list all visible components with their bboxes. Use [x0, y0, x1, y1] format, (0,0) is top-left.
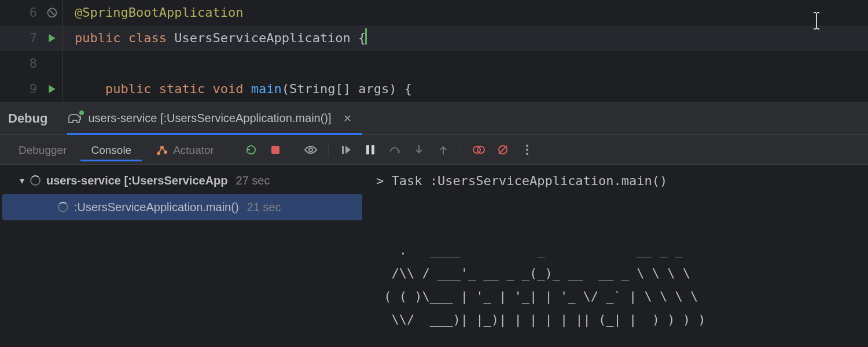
annotation: @SpringBootApplication: [75, 5, 243, 20]
debug-toolbar: Debugger Console Actuator: [0, 134, 868, 164]
svg-rect-9: [372, 145, 374, 154]
console-task-line: > Task :UsersServiceApplication.main(): [376, 174, 667, 188]
spinner-icon: [30, 175, 41, 186]
stop-button[interactable]: [265, 139, 286, 160]
debug-tool-window-title[interactable]: Debug: [8, 111, 53, 126]
chevron-down-icon[interactable]: ▾: [20, 175, 24, 186]
tree-root-label: users-service [:UsersServiceApp: [46, 174, 228, 187]
console-output[interactable]: > Task :UsersServiceApplication.main() .…: [365, 165, 868, 347]
brace: {: [404, 82, 412, 96]
brace: {: [358, 31, 366, 45]
tree-child-row[interactable]: :UsersServiceApplication.main() 21 sec: [2, 194, 362, 220]
pause-button[interactable]: [360, 139, 381, 160]
svg-point-14: [526, 145, 528, 147]
method-name: main: [251, 82, 282, 96]
keyword: class: [128, 31, 167, 45]
text-cursor-icon: [811, 12, 822, 30]
actuator-icon: [156, 144, 168, 157]
ascii-line: ( ( )\___ | '_ | '_| | '_ \/ _` | \ \ \ …: [376, 289, 698, 304]
svg-point-15: [526, 149, 528, 151]
debug-panel-header: Debug users-service [:UsersServiceApplic…: [0, 102, 868, 134]
step-out-button[interactable]: [433, 139, 454, 160]
keyword: public: [75, 31, 120, 45]
line-number: 6: [0, 0, 42, 25]
more-button[interactable]: [517, 139, 538, 160]
keyword: static: [159, 82, 205, 96]
view-breakpoints-button[interactable]: [468, 139, 489, 160]
mute-breakpoints-button[interactable]: [492, 139, 513, 160]
type: String[]: [289, 82, 351, 96]
svg-rect-8: [366, 145, 369, 154]
tree-child-label: :UsersServiceApplication.main(): [74, 201, 239, 214]
run-gutter-icon[interactable]: [48, 34, 56, 42]
line-number: 9: [0, 76, 42, 102]
tab-debugger[interactable]: Debugger: [8, 138, 77, 161]
code-editor[interactable]: 6 @SpringBootApplication 7 public class …: [0, 0, 868, 102]
caret: [365, 28, 367, 45]
tree-child-time: 21 sec: [245, 201, 281, 214]
no-entry-icon[interactable]: [47, 8, 57, 18]
run-gutter-icon[interactable]: [48, 85, 56, 93]
tree-root-row[interactable]: ▾ users-service [:UsersServiceApp 27 sec: [0, 167, 365, 194]
rerun-button[interactable]: [241, 139, 262, 160]
step-into-button[interactable]: [409, 139, 429, 160]
keyword: void: [212, 82, 243, 96]
ascii-line: . ____ _ __ _ _: [376, 243, 683, 257]
tab-console[interactable]: Console: [80, 138, 142, 161]
resume-button[interactable]: [336, 139, 356, 160]
step-over-button[interactable]: [384, 139, 405, 160]
tab-actuator-label: Actuator: [173, 144, 214, 157]
class-name: UsersServiceApplication: [174, 31, 351, 45]
svg-point-6: [309, 148, 312, 152]
tree-root-time: 27 sec: [234, 174, 270, 187]
paren: (: [282, 82, 289, 96]
ascii-line: \\/ ___)| |_)| | | | | || (_| | ) ) ) ): [376, 312, 706, 327]
tab-actuator[interactable]: Actuator: [145, 138, 225, 161]
line-number: 8: [0, 51, 42, 76]
svg-rect-5: [271, 146, 279, 154]
paren: ): [389, 82, 396, 96]
run-configuration-label: users-service [:UsersServiceApplication.…: [88, 112, 331, 125]
close-icon[interactable]: ✕: [337, 112, 352, 125]
show-hide-button[interactable]: [300, 139, 321, 160]
line-number: 7: [0, 25, 42, 51]
keyword: public: [105, 82, 151, 96]
svg-rect-7: [342, 146, 344, 154]
svg-line-1: [49, 10, 55, 16]
spinner-icon: [58, 202, 68, 212]
run-configuration-tab[interactable]: users-service [:UsersServiceApplication.…: [67, 102, 351, 134]
svg-point-16: [526, 153, 528, 155]
ascii-line: /\\ / ___'_ __ _ _(_)_ __ __ _ \ \ \ \: [376, 266, 690, 280]
run-tree[interactable]: ▾ users-service [:UsersServiceApp 27 sec…: [0, 165, 365, 347]
arg: args: [358, 82, 389, 96]
elephant-icon: [67, 112, 82, 125]
